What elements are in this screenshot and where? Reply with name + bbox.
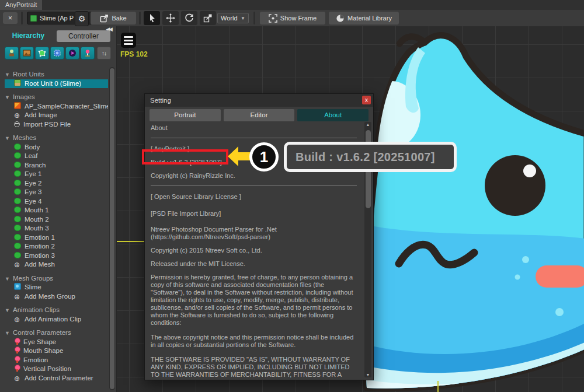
tree-item-ap-samplecharacter-slime[interactable]: AP_SampleCharacter_Slime xyxy=(5,102,108,111)
tree-item-emotion-2[interactable]: Emotion 2 xyxy=(5,242,108,251)
tab-about[interactable]: About xyxy=(297,109,369,121)
tree-item-add-image[interactable]: Add Image xyxy=(5,111,108,120)
tab-controller[interactable]: Controller xyxy=(57,30,110,42)
tree-item-label: Eye 4 xyxy=(25,198,41,205)
tree-item-label: Emotion 1 xyxy=(25,234,55,241)
tree-item-body[interactable]: Body xyxy=(5,143,108,152)
tree-item-label: Add Animation Clip xyxy=(25,316,81,323)
anyportrait-header: [ AnyPortrait ] xyxy=(151,145,359,153)
world-x-axis-line xyxy=(117,241,144,242)
control-parameter-category-button[interactable] xyxy=(81,47,95,60)
tree-item-label: Emotion 3 xyxy=(25,252,55,259)
sort-order-button[interactable]: ↑↓ xyxy=(97,47,111,60)
mesh-category-button[interactable] xyxy=(35,47,49,60)
bake-button[interactable]: Bake xyxy=(91,12,136,24)
tree-section-label: Animation Clips xyxy=(13,306,60,313)
tree-item-label: Branch xyxy=(25,162,46,169)
tree-section-images[interactable]: ▼Images xyxy=(5,93,108,102)
tree-item-add-mesh-group[interactable]: Add Mesh Group xyxy=(5,292,108,302)
tree-section-root-units[interactable]: ▼Root Units xyxy=(5,70,108,79)
tree-section-control-parameters[interactable]: ▼Control Parameters xyxy=(5,328,108,338)
tree-section-animation-clips[interactable]: ▼Animation Clips xyxy=(5,306,108,315)
tree-item-eye-2[interactable]: Eye 2 xyxy=(5,179,108,188)
mesh-icon xyxy=(14,162,21,168)
tab-hierarchy[interactable]: Hierarchy xyxy=(0,32,57,40)
move-tool-button[interactable] xyxy=(162,11,179,25)
mesh-group-category-button[interactable] xyxy=(50,47,64,60)
tab-portrait[interactable]: Portrait xyxy=(150,109,221,121)
tree-item-add-control-parameter[interactable]: Add Control Parameter xyxy=(5,374,108,383)
tree-item-root-unit-0-slime[interactable]: Root Unit 0 (Slime) xyxy=(5,79,108,89)
scale-tool-button[interactable] xyxy=(200,11,216,25)
mesh-icon xyxy=(14,234,21,240)
mesh-icon xyxy=(14,180,21,186)
material-library-button[interactable]: Material Library xyxy=(329,12,399,24)
tree-item-mouth-2[interactable]: Mouth 2 xyxy=(5,215,108,225)
show-frame-button[interactable]: Show Frame xyxy=(260,12,325,24)
sidebar-scrollbar[interactable] xyxy=(109,67,115,390)
disclosure-triangle-icon[interactable]: ▼ xyxy=(5,306,13,316)
coordinate-space-dropdown[interactable]: World ▼ xyxy=(217,13,249,23)
tree-item-label: Eye Shape xyxy=(23,338,56,345)
root-unit-category-button[interactable] xyxy=(5,47,19,60)
tree-item-add-animation-clip[interactable]: Add Animation Clip xyxy=(5,315,108,324)
tree-item-vertical-position[interactable]: Vertical Position xyxy=(5,365,108,374)
psd-parser-lines: Ntreev Photoshop Document Parser for .Ne… xyxy=(151,226,359,241)
disclosure-triangle-icon[interactable]: ▼ xyxy=(5,93,13,103)
disclosure-triangle-icon[interactable]: ▼ xyxy=(5,134,13,144)
tree-item-add-mesh[interactable]: Add Mesh xyxy=(5,260,108,270)
chevron-down-icon: ▼ xyxy=(241,16,245,21)
tree-item-label: Emotion xyxy=(23,356,48,363)
tree-item-slime[interactable]: Slime xyxy=(5,283,108,292)
select-tool-button[interactable] xyxy=(144,11,160,25)
tree-item-mouth-shape[interactable]: Mouth Shape xyxy=(5,346,108,356)
dialog-scrollbar[interactable]: ▲ ▼ xyxy=(364,122,371,377)
tree-item-mouth-1[interactable]: Mouth 1 xyxy=(5,206,108,215)
scrollbar-thumb[interactable] xyxy=(110,68,114,389)
dialog-scrollbar-thumb[interactable] xyxy=(366,130,371,208)
mesh-icon xyxy=(14,206,21,213)
tree-section-label: Images xyxy=(13,93,35,100)
tree-item-eye-shape[interactable]: Eye Shape xyxy=(5,338,108,347)
tree-item-label: Body xyxy=(25,144,40,150)
scroll-up-icon[interactable]: ▲ xyxy=(364,123,371,127)
image-category-button[interactable] xyxy=(20,47,34,60)
disclosure-triangle-icon[interactable]: ▼ xyxy=(5,71,13,80)
tree-item-branch[interactable]: Branch xyxy=(5,161,108,170)
tree-item-import-psd-file[interactable]: Import PSD File xyxy=(5,120,108,130)
tree-item-mouth-3[interactable]: Mouth 3 xyxy=(5,224,108,233)
tree-item-label: Add Mesh xyxy=(25,261,55,268)
close-portrait-button[interactable]: × xyxy=(3,12,18,24)
about-section-label: About xyxy=(151,124,359,132)
tree-item-eye-1[interactable]: Eye 1 xyxy=(5,170,108,179)
rotate-tool-button[interactable] xyxy=(181,11,197,25)
dialog-titlebar[interactable]: Setting xyxy=(145,94,373,107)
animation-category-button[interactable] xyxy=(65,47,79,60)
tree-item-eye-3[interactable]: Eye 3 xyxy=(5,188,108,197)
dialog-close-button[interactable]: x xyxy=(362,96,371,104)
disclosure-triangle-icon[interactable]: ▼ xyxy=(5,329,13,338)
scroll-down-icon[interactable]: ▼ xyxy=(364,373,371,377)
toolbar-separator xyxy=(253,12,255,24)
tree-section-mesh-groups[interactable]: ▼Mesh Groups xyxy=(5,274,108,284)
tab-editor[interactable]: Editor xyxy=(224,109,295,121)
settings-gear-button[interactable]: ⚙ xyxy=(75,11,89,26)
world-y-axis-line xyxy=(437,381,439,392)
window-tab[interactable]: AnyPortrait xyxy=(0,0,42,10)
ctrl-icon xyxy=(14,356,20,363)
canvas-menu-button[interactable] xyxy=(121,33,136,48)
portrait-selector-label: Slime (Ap P xyxy=(40,15,74,22)
add-icon xyxy=(14,374,21,382)
tree-item-emotion[interactable]: Emotion xyxy=(5,356,108,365)
disclosure-triangle-icon[interactable]: ▼ xyxy=(5,275,13,284)
root-unit-icon xyxy=(14,79,21,86)
tree-section-meshes[interactable]: ▼Meshes xyxy=(5,134,108,143)
show-frame-label: Show Frame xyxy=(280,15,317,22)
joystick-icon xyxy=(84,49,92,57)
tree-item-leaf[interactable]: Leaf xyxy=(5,152,108,161)
add-icon xyxy=(14,293,21,300)
tree-item-emotion-1[interactable]: Emotion 1 xyxy=(5,233,108,243)
meshgroup-icon xyxy=(14,283,21,290)
tree-item-emotion-3[interactable]: Emotion 3 xyxy=(5,251,108,261)
tree-item-eye-4[interactable]: Eye 4 xyxy=(5,197,108,206)
